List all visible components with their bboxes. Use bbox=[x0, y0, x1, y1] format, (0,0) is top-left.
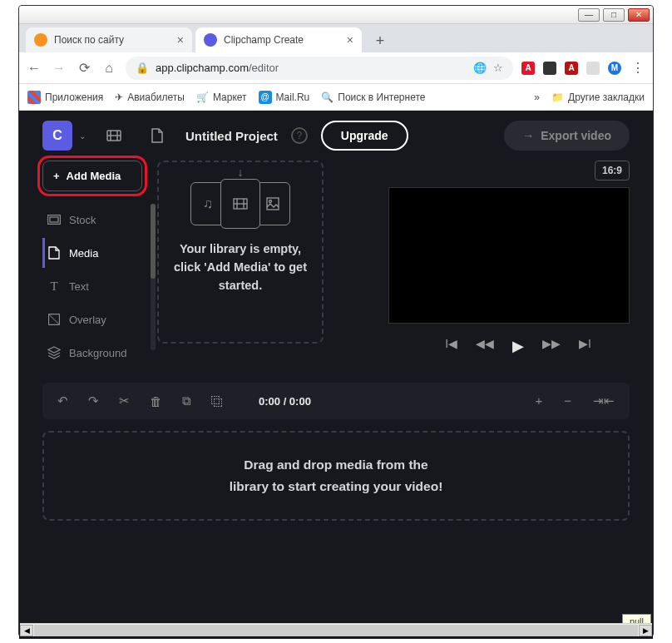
mailru-icon: @ bbox=[259, 91, 272, 104]
mailru-bookmark[interactable]: @Mail.Ru bbox=[259, 91, 310, 104]
sidebar-item-text[interactable]: TText bbox=[42, 271, 142, 301]
sidebar-item-overlay[interactable]: Overlay bbox=[42, 304, 142, 334]
timeline-dropzone[interactable]: Drag and drop media from the library to … bbox=[42, 431, 630, 521]
bookmark-label: Приложения bbox=[45, 92, 103, 103]
media-icon bbox=[47, 246, 61, 260]
scroll-left-button[interactable]: ◀ bbox=[20, 625, 33, 636]
horizontal-scrollbar[interactable]: ◀ ▶ bbox=[20, 623, 652, 636]
player-controls: I◀ ◀◀ ▶ ▶▶ ▶I bbox=[445, 337, 591, 355]
other-bookmarks[interactable]: 📁Другие закладки bbox=[551, 92, 645, 103]
forward-button[interactable]: ▶▶ bbox=[542, 337, 561, 355]
sidebar-label: Background bbox=[69, 347, 126, 359]
text-icon: T bbox=[47, 279, 61, 293]
sidebar-label: Stock bbox=[69, 214, 96, 226]
video-icon[interactable] bbox=[99, 121, 129, 151]
back-button[interactable]: ← bbox=[26, 61, 42, 76]
apps-icon bbox=[27, 91, 41, 104]
logo-button[interactable]: C bbox=[42, 121, 72, 151]
market-bookmark[interactable]: 🛒Маркет bbox=[196, 92, 247, 103]
rewind-button[interactable]: ◀◀ bbox=[476, 337, 494, 355]
preview-column: 16:9 I◀ ◀◀ ▶ ▶▶ ▶I bbox=[338, 161, 630, 368]
timeline-text: Drag and drop media from the bbox=[244, 454, 427, 476]
overlay-icon bbox=[47, 313, 61, 326]
scrollbar-thumb[interactable] bbox=[151, 204, 156, 279]
project-title[interactable]: Untitled Project bbox=[185, 129, 278, 143]
delete-button[interactable]: 🗑 bbox=[150, 394, 162, 408]
app-body: C ⌄ Untitled Project ? Upgrade →Export v… bbox=[19, 111, 653, 639]
translate-icon[interactable]: 🌐 bbox=[473, 62, 487, 74]
star-icon[interactable]: ☆ bbox=[493, 62, 503, 74]
search-bookmark[interactable]: 🔍Поиск в Интернете bbox=[321, 92, 425, 103]
folder-icon: 📁 bbox=[551, 92, 564, 103]
zoom-out-button[interactable]: − bbox=[564, 393, 571, 408]
url-path: /editor bbox=[249, 62, 279, 74]
extension-icon[interactable] bbox=[586, 62, 600, 75]
search-icon: 🔍 bbox=[321, 92, 334, 103]
export-button[interactable]: →Export video bbox=[504, 121, 630, 151]
app-header: C ⌄ Untitled Project ? Upgrade →Export v… bbox=[19, 111, 653, 161]
forward-button[interactable]: → bbox=[51, 61, 67, 76]
fit-button[interactable]: ⇥⇤ bbox=[593, 393, 615, 408]
minimize-button[interactable]: — bbox=[578, 8, 600, 22]
library-panel[interactable]: ↓ ♫ Your library is empty, click 'Add Me… bbox=[157, 161, 324, 344]
tab-close-icon[interactable]: × bbox=[347, 33, 353, 47]
address-bar: ← → ⟳ ⌂ 🔒 app.clipchamp.com/editor 🌐 ☆ A… bbox=[19, 52, 653, 84]
library-illustration: ↓ ♫ bbox=[190, 179, 290, 229]
pdf-extension-icon[interactable]: A bbox=[565, 62, 578, 75]
extension-icon[interactable] bbox=[543, 62, 556, 75]
sidebar-item-media[interactable]: Media bbox=[42, 238, 142, 268]
avia-bookmark[interactable]: ✈Авиабилеты bbox=[115, 92, 185, 103]
scrollbar-thumb[interactable] bbox=[34, 625, 638, 636]
skip-end-button[interactable]: ▶I bbox=[579, 337, 591, 355]
cut-button[interactable]: ✂ bbox=[119, 393, 130, 408]
plane-icon: ✈ bbox=[115, 92, 123, 103]
layers-icon bbox=[47, 346, 61, 359]
maximize-button[interactable]: □ bbox=[603, 8, 625, 22]
aspect-ratio-button[interactable]: 16:9 bbox=[595, 161, 630, 181]
upgrade-button[interactable]: Upgrade bbox=[321, 121, 408, 151]
profile-icon[interactable]: M bbox=[608, 62, 621, 75]
url-input[interactable]: 🔒 app.clipchamp.com/editor 🌐 ☆ bbox=[126, 57, 513, 80]
new-tab-button[interactable]: + bbox=[368, 29, 392, 52]
apps-bookmark[interactable]: Приложения bbox=[27, 91, 103, 104]
sidebar-scrollbar[interactable] bbox=[151, 204, 156, 350]
sidebar-item-background[interactable]: Background bbox=[42, 338, 142, 368]
bookmark-label: Поиск в Интернете bbox=[338, 92, 425, 103]
video-preview[interactable] bbox=[388, 187, 630, 324]
close-button[interactable]: ✕ bbox=[628, 8, 650, 22]
home-button[interactable]: ⌂ bbox=[101, 61, 117, 76]
zoom-in-button[interactable]: + bbox=[535, 393, 542, 408]
skip-start-button[interactable]: I◀ bbox=[445, 337, 457, 355]
sidebar-label: Media bbox=[69, 247, 98, 260]
bookmark-label: Другие закладки bbox=[568, 92, 645, 103]
bookmark-label: Маркет bbox=[213, 92, 247, 103]
video-icon bbox=[220, 179, 260, 229]
help-button[interactable]: ? bbox=[291, 127, 308, 144]
undo-button[interactable]: ↶ bbox=[57, 393, 68, 408]
timeline-toolbar: ↶ ↷ ✂ 🗑 ⧉ ⿻ 0:00 / 0:00 + − ⇥⇤ bbox=[42, 383, 630, 419]
abp-extension-icon[interactable]: A bbox=[521, 62, 535, 75]
menu-button[interactable]: ⋮ bbox=[630, 60, 646, 76]
url-domain: app.clipchamp.com bbox=[156, 62, 249, 74]
paste-button[interactable]: ⿻ bbox=[211, 394, 224, 408]
bookmarks-bar: Приложения ✈Авиабилеты 🛒Маркет @Mail.Ru … bbox=[19, 84, 653, 111]
tab-title: Поиск по сайту bbox=[54, 34, 124, 46]
sidebar-label: Overlay bbox=[69, 314, 106, 326]
tab-search[interactable]: Поиск по сайту × bbox=[26, 27, 192, 52]
bookmark-label: Авиабилеты bbox=[127, 92, 185, 103]
add-media-button[interactable]: + Add Media bbox=[42, 161, 142, 191]
chevron-down-icon[interactable]: ⌄ bbox=[79, 131, 86, 141]
tab-close-icon[interactable]: × bbox=[177, 33, 184, 47]
more-bookmarks[interactable]: » bbox=[534, 92, 540, 103]
scroll-right-button[interactable]: ▶ bbox=[639, 625, 652, 636]
arrow-right-icon: → bbox=[522, 129, 534, 142]
sidebar-item-stock[interactable]: Stock bbox=[42, 205, 142, 235]
copy-button[interactable]: ⧉ bbox=[182, 393, 191, 408]
svg-point-12 bbox=[269, 200, 272, 203]
redo-button[interactable]: ↷ bbox=[88, 393, 99, 408]
play-button[interactable]: ▶ bbox=[512, 337, 524, 355]
reload-button[interactable]: ⟳ bbox=[76, 60, 92, 76]
tab-clipchamp[interactable]: Clipchamp Create × bbox=[195, 27, 362, 52]
add-media-label: Add Media bbox=[67, 170, 121, 182]
file-icon[interactable] bbox=[142, 121, 172, 151]
